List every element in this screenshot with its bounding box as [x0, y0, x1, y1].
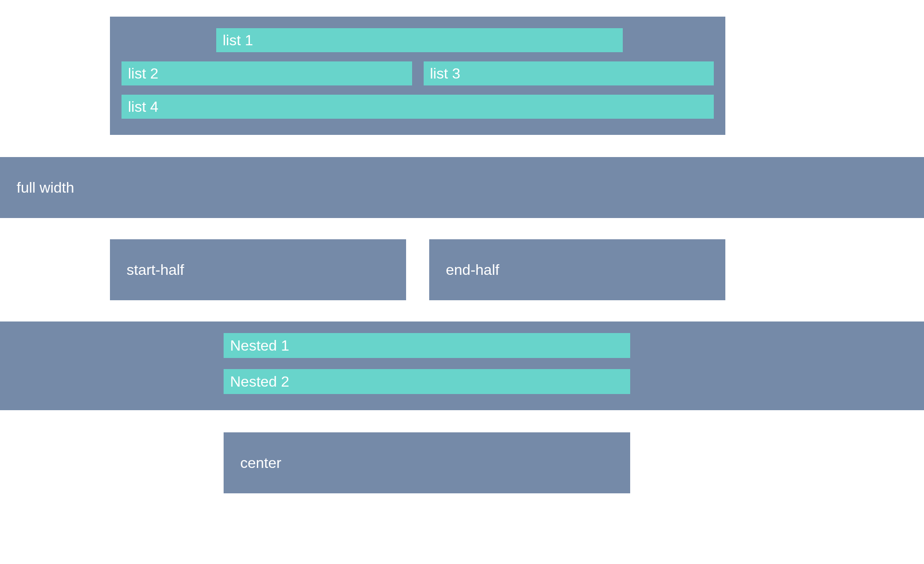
- full-width-label: full width: [17, 179, 74, 196]
- start-half-label: start-half: [127, 261, 184, 279]
- list-item-4: list 4: [122, 95, 714, 119]
- full-width-block: full width: [0, 157, 924, 218]
- nested-container: Nested 1 Nested 2: [0, 321, 924, 410]
- end-half-label: end-half: [446, 261, 499, 279]
- center-label: center: [240, 455, 281, 472]
- start-half-block: start-half: [110, 239, 406, 300]
- nested-inner: Nested 1 Nested 2: [224, 333, 630, 394]
- nested-item-1-label: Nested 1: [230, 337, 289, 354]
- list-item-2-label: list 2: [128, 65, 158, 82]
- center-block: center: [224, 432, 630, 493]
- halves-row: start-half end-half: [110, 239, 725, 300]
- top-row-2: list 2 list 3: [122, 61, 714, 85]
- list-item-1: list 1: [216, 28, 623, 52]
- list-item-1-label: list 1: [223, 32, 253, 49]
- top-row-3: list 4: [122, 95, 714, 119]
- list-item-2: list 2: [122, 61, 412, 85]
- top-container: list 1 list 2 list 3 list 4: [110, 17, 725, 135]
- nested-item-2-label: Nested 2: [230, 373, 289, 390]
- list-item-3: list 3: [424, 61, 714, 85]
- nested-item-2: Nested 2: [224, 369, 630, 394]
- top-row-1: list 1: [122, 28, 714, 52]
- nested-item-1: Nested 1: [224, 333, 630, 358]
- list-item-4-label: list 4: [128, 98, 158, 115]
- list-item-3-label: list 3: [430, 65, 461, 82]
- end-half-block: end-half: [429, 239, 725, 300]
